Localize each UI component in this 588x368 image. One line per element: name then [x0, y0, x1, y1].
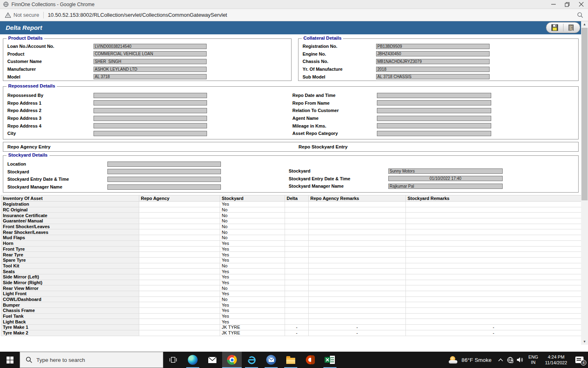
taskbar-office-button[interactable] [301, 352, 320, 368]
inventory-row: Fuel TankYes [1, 313, 581, 319]
fieldset-legend: Collateral Details [302, 36, 343, 40]
close-button[interactable] [574, 0, 588, 9]
start-button[interactable] [0, 352, 20, 368]
inventory-row: RC OriginalNo [1, 207, 581, 213]
weather-widget[interactable]: 86°F Smoke [445, 352, 496, 368]
field-label: Stockyard [7, 169, 107, 174]
field-row: Sub ModelAL 3718 CHASSIS [303, 73, 578, 81]
inventory-cell [309, 263, 406, 269]
field-label: Agent Name [292, 116, 377, 121]
scrollbar-thumb[interactable] [581, 28, 588, 200]
restore-button[interactable] [560, 0, 574, 9]
save-button[interactable] [549, 23, 560, 32]
field-row: Agent Name [292, 114, 575, 122]
inventory-cell [406, 246, 581, 252]
taskbar-internet-explorer-button[interactable] [242, 352, 261, 368]
taskbar-mail-button[interactable] [203, 352, 222, 368]
tray-time: 4:24 PM [545, 354, 567, 360]
url-text[interactable]: 10.50.52.153:8002/RLCollection/servlet/C… [48, 12, 227, 18]
inventory-row: Light BackYes [1, 319, 581, 325]
toolbar [546, 22, 580, 33]
inventory-row: Tyre Make 2JK TYRE--- [1, 330, 581, 336]
inventory-cell [285, 296, 309, 302]
inventory-cell [139, 218, 220, 224]
field-row: Stockyard Manager NameRajkumar Pal [289, 182, 575, 190]
task-view-button[interactable] [163, 352, 183, 368]
page-title: Delta Report [6, 21, 42, 34]
inventory-cell: No [220, 296, 285, 302]
inventory-cell [139, 246, 220, 252]
inventory-asset-label: Light Back [1, 319, 139, 325]
not-secure-label[interactable]: Not secure [13, 12, 39, 18]
network-globe-icon[interactable] [506, 352, 515, 368]
field-row: Asset Repo Category [292, 130, 575, 137]
inventory-asset-label: Front Shocker/Leaves [1, 224, 139, 229]
field-label: Loan No./Account No. [7, 44, 94, 49]
scroll-up-arrow-icon[interactable]: ▲ [581, 21, 588, 27]
inventory-row: Tyre Make 1JK TYRE--- [1, 325, 581, 330]
inventory-cell [139, 308, 220, 314]
product-details-fieldset: Product Details Loan No./Account No.LVIN… [3, 38, 292, 81]
clock[interactable]: 4:24 PM11/14/2022 [541, 352, 571, 368]
field-row: Repo Address 1 [7, 99, 289, 107]
volume-icon[interactable] [515, 352, 525, 368]
repo-stockyard-entry-label: Repo Stockyard Entry [298, 142, 347, 151]
field-input [377, 108, 491, 113]
taskbar-excel-button[interactable] [320, 352, 340, 368]
taskbar-edge-button[interactable] [183, 352, 203, 368]
not-secure-warning-icon[interactable] [5, 12, 11, 18]
field-input [377, 131, 491, 136]
inventory-cell [139, 296, 220, 302]
inventory-asset-label: Seats [1, 269, 139, 274]
vertical-scrollbar[interactable]: ▲ ▼ [581, 21, 588, 345]
inventory-row: Guarantee/ ManualNo [1, 218, 581, 224]
repossessed-fields-left: Repossessed ByRepo Address 1Repo Address… [3, 87, 289, 137]
inventory-cell: No [220, 224, 285, 229]
zoom-search-icon[interactable] [577, 12, 583, 18]
inventory-cell [406, 224, 581, 229]
collateral-fields: Registration No.PB13BD9509Engine No.JBHZ… [298, 39, 578, 81]
inventory-asset-label: Side Mirror (Left) [1, 274, 139, 280]
inventory-header: Repo Agency Remarks [309, 195, 406, 202]
field-row: Mileage in Kms. [292, 122, 575, 130]
minimize-button[interactable] [546, 0, 560, 9]
field-input [94, 108, 207, 113]
inventory-cell [406, 218, 581, 224]
action-center-button[interactable]: 4 [571, 352, 588, 368]
scroll-down-arrow-icon[interactable]: ▼ [581, 339, 588, 345]
inventory-cell: - [406, 330, 581, 336]
inventory-cell [309, 308, 406, 314]
language-indicator[interactable]: ENGIN [525, 352, 541, 368]
inventory-table-container: Inventory Of AssetRepo AgencyStockyardDe… [1, 195, 581, 343]
taskbar-thunderbird-button[interactable] [261, 352, 281, 368]
inventory-cell [285, 308, 309, 314]
inventory-cell [309, 274, 406, 280]
inventory-cell [139, 229, 220, 235]
taskbar-file-explorer-button[interactable] [281, 352, 301, 368]
field-row: Engine No.JBHZ430450 [303, 50, 578, 58]
taskbar-chrome-button[interactable] [222, 352, 242, 368]
system-tray: 86°F Smoke ENGIN 4:24 PM11/14/2022 4 [445, 352, 588, 368]
inventory-cell [285, 207, 309, 213]
inventory-asset-label: Insurance Certificate [1, 213, 139, 218]
field-row: Repossessed By [7, 92, 289, 99]
weather-text[interactable]: 86°F Smoke [461, 357, 492, 363]
field-row: Chassis No.MB1NACHD6JRYZ3079 [303, 58, 578, 65]
inventory-cell: No [220, 263, 285, 269]
inventory-asset-label: Rear View Mirror [1, 285, 139, 291]
taskbar-search[interactable] [20, 352, 163, 368]
inventory-cell [309, 269, 406, 274]
inventory-cell [285, 257, 309, 263]
exit-button[interactable] [566, 23, 577, 32]
toolbar-divider [563, 24, 564, 31]
inventory-cell: Yes [220, 240, 285, 246]
address-bar[interactable]: Not secure 10.50.52.153:8002/RLCollectio… [0, 9, 588, 21]
inventory-asset-label: Light Front [1, 291, 139, 297]
report-page: Delta Report Product Details Loan No./Ac… [0, 21, 588, 352]
search-input[interactable] [36, 357, 147, 363]
inventory-cell [406, 280, 581, 285]
field-input: 2018 [376, 67, 490, 72]
inventory-cell [139, 202, 220, 207]
field-input [377, 123, 491, 128]
tray-chevron-up-icon[interactable] [496, 352, 506, 368]
